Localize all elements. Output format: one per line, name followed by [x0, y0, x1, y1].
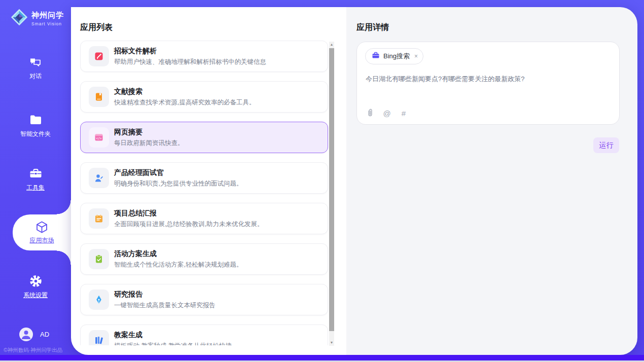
sidebar-item-settings[interactable]: 系统设置	[0, 274, 71, 300]
app-detail-title: 应用详情	[356, 22, 389, 33]
bottom-accent-strip	[0, 355, 644, 360]
app-card-description: 帮助用户快速、准确地理解和解析招标书中的关键信息	[114, 58, 266, 66]
app-card-title: 活动方案生成	[114, 249, 242, 259]
app-card-activity-plan[interactable]: 活动方案生成 智能生成个性化活动方案,轻松解决规划难题。	[80, 243, 328, 275]
prompt-input[interactable]: 今日湖北有哪些新闻要点?有哪些需要关注的最新政策?	[366, 75, 611, 84]
user-menu[interactable]: AD	[19, 328, 49, 341]
tool-chip-bing-search[interactable]: Bing搜索 ×	[365, 48, 423, 64]
app-card-title: 研究报告	[114, 290, 216, 299]
diamond-prism-icon	[10, 8, 28, 28]
composer-toolbar: @ #	[366, 108, 408, 118]
app-list-panel: 应用列表 招标文件解析 帮助用户快速、准确地理解和解析招标书中的关键信息 文献搜…	[71, 7, 346, 355]
app-card-title: 网页摘要	[114, 128, 184, 137]
app-card-description: 全面回顾项目进展,总结经验教训,助力未来优化发展。	[114, 220, 263, 229]
sidebar-item-label: 系统设置	[23, 291, 48, 300]
pen-nib-icon	[89, 289, 109, 310]
clipboard-check-icon	[89, 249, 109, 269]
gear-icon	[28, 274, 43, 288]
app-card-lesson-plan[interactable]: 教案生成 模板驱动,教案秒成,教学准备从此轻松快捷	[80, 324, 328, 345]
sidebar-item-label: 工具集	[26, 184, 45, 192]
toolbox-icon	[28, 166, 43, 180]
chat-bubble-icon	[28, 55, 43, 69]
sidebar-item-smart-folder[interactable]: 智能文件夹	[0, 113, 71, 138]
tool-chip-label: Bing搜索	[383, 52, 410, 61]
scroll-up-icon[interactable]: ▲	[329, 42, 334, 48]
app-card-description: 一键智能生成高质量长文本研究报告	[114, 301, 216, 310]
brand-subtitle: Smart Vision	[31, 21, 64, 26]
app-card-description: 快速精准查找学术资源,提高研究效率的必备工具。	[114, 98, 255, 107]
paperclip-icon[interactable]	[366, 108, 375, 118]
sidebar-item-label: 应用市场	[30, 236, 54, 245]
app-card-web-summary[interactable]: </> 网页摘要 每日政府新闻资讯快查。	[80, 122, 328, 153]
app-card-title: 文献搜索	[114, 87, 255, 96]
sidebar-item-toolset[interactable]: 工具集	[0, 166, 71, 192]
hash-icon[interactable]: #	[399, 108, 408, 118]
sidebar-item-chat[interactable]: 对话	[0, 55, 71, 81]
app-card-project-summary[interactable]: 项目总结汇报 全面回顾项目进展,总结经验教训,助力未来优化发展。	[80, 203, 328, 234]
app-list-scrollbar: ▲ ▼	[329, 42, 334, 346]
app-card-bid-parse[interactable]: 招标文件解析 帮助用户快速、准确地理解和解析招标书中的关键信息	[80, 41, 328, 72]
browser-code-icon: </>	[89, 127, 109, 148]
sidebar: 神州问学 Smart Vision 对话 智能文件夹 工具集 应用市场 系统设置…	[0, 0, 71, 362]
app-list: 招标文件解析 帮助用户快速、准确地理解和解析招标书中的关键信息 文献搜索 快速精…	[80, 41, 328, 345]
brand-logo: 神州问学 Smart Vision	[10, 8, 64, 28]
cube-icon	[35, 220, 49, 234]
scrollbar-thumb[interactable]	[329, 48, 334, 331]
app-detail-panel: 应用详情 Bing搜索 × 今日湖北有哪些新闻要点?有哪些需要关注的最新政策?	[346, 7, 637, 355]
books-icon	[89, 330, 109, 345]
person-edit-icon	[89, 168, 109, 188]
app-list-viewport: 招标文件解析 帮助用户快速、准确地理解和解析招标书中的关键信息 文献搜索 快速精…	[80, 41, 328, 345]
pen-square-icon	[89, 46, 109, 66]
main-content: 应用列表 招标文件解析 帮助用户快速、准确地理解和解析招标书中的关键信息 文献搜…	[71, 7, 637, 355]
user-name: AD	[40, 331, 49, 338]
copyright-text: ©神州数码·神州问学出品	[4, 347, 68, 354]
book-icon	[89, 87, 109, 107]
sidebar-item-app-market[interactable]: 应用市场	[13, 214, 71, 250]
prompt-card: Bing搜索 × 今日湖北有哪些新闻要点?有哪些需要关注的最新政策? @ #	[356, 42, 620, 125]
close-icon[interactable]: ×	[414, 53, 418, 60]
svg-text:</>: </>	[96, 136, 101, 140]
app-card-description: 智能生成个性化活动方案,轻松解决规划难题。	[114, 261, 242, 269]
app-list-title: 应用列表	[80, 22, 113, 33]
app-card-title: 项目总结汇报	[114, 209, 263, 218]
run-button[interactable]: 运行	[593, 137, 619, 153]
briefcase-icon	[372, 51, 380, 61]
app-card-description: 明确身份和职责,为您提供专业性的面试问题。	[114, 179, 242, 188]
calendar-note-icon	[89, 208, 109, 229]
sidebar-item-label: 对话	[29, 72, 42, 81]
user-avatar-icon	[19, 328, 33, 341]
sidebar-item-label: 智能文件夹	[20, 130, 51, 138]
app-card-title: 招标文件解析	[114, 47, 266, 56]
app-card-description: 模板驱动,教案秒成,教学准备从此轻松快捷	[114, 342, 232, 346]
app-card-title: 产品经理面试官	[114, 168, 242, 177]
app-card-pm-interviewer[interactable]: 产品经理面试官 明确身份和职责,为您提供专业性的面试问题。	[80, 162, 328, 194]
app-card-title: 教案生成	[114, 331, 232, 340]
app-card-research-report[interactable]: 研究报告 一键智能生成高质量长文本研究报告	[80, 284, 328, 315]
app-card-description: 每日政府新闻资讯快查。	[114, 139, 184, 148]
brand-name: 神州问学	[31, 11, 64, 20]
mention-icon[interactable]: @	[382, 108, 391, 118]
scroll-down-icon[interactable]: ▼	[329, 340, 334, 346]
folder-icon	[28, 113, 43, 127]
app-card-literature-search[interactable]: 文献搜索 快速精准查找学术资源,提高研究效率的必备工具。	[80, 81, 328, 113]
